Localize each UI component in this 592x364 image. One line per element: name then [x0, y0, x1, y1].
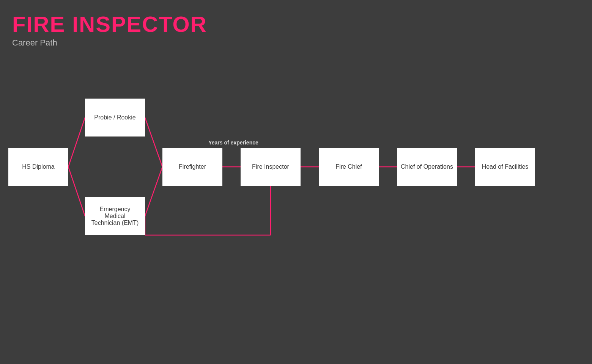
svg-line-2 [145, 118, 162, 167]
fire-chief-card: Fire Chief [319, 148, 379, 186]
years-label: Years of experience [190, 140, 277, 146]
head-of-facilities-card: Head of Facilities [475, 148, 535, 186]
probie-card: Probie / Rookie [85, 99, 145, 136]
page-subtitle: Career Path [12, 38, 207, 48]
svg-line-3 [145, 167, 162, 216]
fire-inspector-card: Fire Inspector [241, 148, 301, 186]
logo-icon: G [556, 328, 592, 364]
emt-card: Emergency Medical Technician (EMT) [85, 197, 145, 235]
svg-line-1 [68, 167, 85, 216]
career-path-diagram: Years of experience HS Diploma Probie / … [0, 76, 592, 303]
chief-of-ops-card: Chief of Operations [397, 148, 457, 186]
svg-line-0 [68, 118, 85, 167]
hs-diploma-card: HS Diploma [8, 148, 68, 186]
firefighter-card: Firefighter [162, 148, 222, 186]
header: FIRE INSPECTOR Career Path [12, 12, 207, 48]
page-title: FIRE INSPECTOR [12, 12, 207, 36]
brand-logo: G [556, 328, 583, 355]
